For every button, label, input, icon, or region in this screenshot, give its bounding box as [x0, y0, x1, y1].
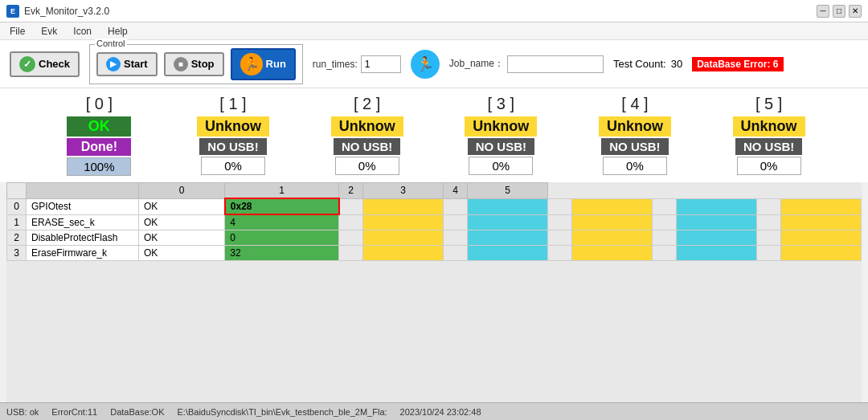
col-header-4: 4 — [444, 183, 468, 199]
app-window: E Evk_Monitor_v3.2.0 ─ □ ✕ File Evk Icon… — [0, 0, 868, 420]
status-timestamp: 2023/10/24 23:02:48 — [400, 407, 481, 417]
cell-2-4-b — [677, 230, 757, 246]
minimize-button[interactable]: ─ — [817, 5, 829, 18]
run-icon: 🏃 — [240, 53, 263, 75]
cell-2-5-a — [757, 230, 781, 246]
cell-1-2-a — [444, 214, 468, 230]
cell-val-0-0: 0x28 — [225, 198, 339, 214]
cell-0-2-a — [444, 198, 468, 214]
table-row: 1ERASE_sec_kOK4 — [7, 214, 862, 230]
device-index-1: [ 1 ] — [219, 95, 246, 113]
cell-name-2: DisableProtectFlash — [27, 230, 139, 246]
cell-2-1-a — [339, 230, 363, 246]
menu-evk[interactable]: Evk — [38, 25, 60, 38]
cell-0-5-a — [757, 198, 781, 214]
device-status-2: Unknow — [331, 116, 403, 137]
status-bar: USB: ok ErrorCnt:11 DataBase:OK E:\Baidu… — [0, 402, 868, 420]
cell-3-4-a — [653, 246, 677, 261]
cell-num-3: 3 — [7, 246, 27, 261]
device-sub-status-2: NO USB! — [334, 138, 400, 155]
test-count-label: Test Count: — [613, 58, 666, 70]
device-card-4: [ 4 ]UnknowNO USB!0% — [579, 95, 691, 176]
app-icon: E — [6, 5, 19, 18]
cell-3-2-b — [468, 246, 548, 261]
device-percent-1: 0% — [201, 157, 265, 175]
col-header-name — [27, 183, 139, 199]
cell-num-0: 0 — [7, 198, 27, 214]
cell-status-1-0: OK — [139, 214, 225, 230]
cell-1-5-a — [757, 214, 781, 230]
play-icon: ▶ — [106, 57, 121, 71]
control-group-label: Control — [95, 39, 126, 48]
job-name-field: Job_name： — [449, 55, 604, 73]
device-sub-status-3: NO USB! — [468, 138, 534, 155]
menu-icon[interactable]: Icon — [70, 25, 95, 38]
start-label: Start — [124, 58, 148, 70]
cell-num-1: 1 — [7, 214, 27, 230]
run-button[interactable]: 🏃 Run — [231, 48, 296, 80]
maximize-button[interactable]: □ — [833, 5, 845, 18]
status-error-cnt: ErrorCnt:11 — [51, 407, 97, 417]
status-usb: USB: ok — [6, 407, 39, 417]
cell-1-4-b — [677, 214, 757, 230]
cell-2-3-a — [548, 230, 572, 246]
device-percent-3: 0% — [469, 157, 533, 175]
col-header-5: 5 — [468, 183, 548, 199]
stop-button[interactable]: ■ Stop — [164, 52, 224, 76]
cell-1-1-a — [339, 214, 363, 230]
device-percent-4: 0% — [603, 157, 667, 175]
start-button[interactable]: ▶ Start — [96, 52, 158, 76]
menu-help[interactable]: Help — [104, 25, 131, 38]
window-controls: ─ □ ✕ — [817, 5, 862, 18]
menu-bar: File Evk Icon Help — [0, 22, 868, 40]
device-index-5: [ 5 ] — [755, 95, 782, 113]
run-times-label: run_times: — [313, 59, 358, 70]
check-button[interactable]: ✓ Check — [10, 51, 80, 77]
close-button[interactable]: ✕ — [849, 5, 862, 18]
col-header-3: 3 — [363, 183, 444, 199]
cell-2-4-a — [653, 230, 677, 246]
table-row: 3EraseFirmware_kOK32 — [7, 246, 862, 261]
cell-name-0: GPIOtest — [27, 198, 139, 214]
title-bar: E Evk_Monitor_v3.2.0 ─ □ ✕ — [0, 0, 868, 22]
device-index-0: [ 0 ] — [86, 95, 113, 113]
menu-file[interactable]: File — [6, 25, 28, 38]
device-status-0: OK — [67, 116, 131, 137]
cell-val-3-0: 32 — [225, 246, 339, 261]
cell-3-1-b — [363, 246, 444, 261]
device-status-3: Unknow — [465, 116, 537, 137]
cell-1-3-b — [572, 214, 653, 230]
app-title: Evk_Monitor_v3.2.0 — [24, 6, 109, 17]
cell-1-1-b — [363, 214, 444, 230]
job-name-input[interactable] — [507, 55, 604, 73]
device-percent-0: 100% — [67, 157, 131, 176]
cell-0-3-a — [548, 198, 572, 214]
check-label: Check — [39, 58, 70, 70]
device-card-5: [ 5 ]UnknowNO USB!0% — [713, 95, 825, 176]
device-card-3: [ 3 ]UnknowNO USB!0% — [444, 95, 557, 176]
stop-label: Stop — [191, 58, 215, 70]
device-status-1: Unknow — [197, 116, 269, 137]
device-sub-status-0: Done! — [67, 138, 131, 156]
cell-val-2-0: 0 — [225, 230, 339, 246]
cell-3-5-b — [781, 246, 862, 261]
cell-0-4-b — [677, 198, 757, 214]
run-times-input[interactable] — [361, 55, 401, 73]
cell-2-3-b — [572, 230, 653, 246]
status-database: DataBase:OK — [110, 407, 164, 417]
device-status-area: [ 0 ]OKDone!100%[ 1 ]UnknowNO USB!0%[ 2 … — [0, 88, 868, 182]
cell-2-2-a — [444, 230, 468, 246]
run-times-field: run_times: — [313, 55, 401, 73]
test-count-area: Test Count: 30 — [613, 58, 682, 70]
results-table-wrapper[interactable]: 0 1 2 3 4 5 0GPIOtestOK0x281ERASE_sec_kO… — [6, 182, 862, 420]
cell-num-2: 2 — [7, 230, 27, 246]
toolbar: ✓ Check Control ▶ Start ■ Stop 🏃 Run run… — [0, 40, 868, 88]
cell-2-1-b — [363, 230, 444, 246]
table-row: 2DisableProtectFlashOK0 — [7, 230, 862, 246]
cell-1-5-b — [781, 214, 862, 230]
device-index-3: [ 3 ] — [488, 95, 514, 113]
col-header-2: 2 — [339, 183, 363, 199]
cell-name-3: EraseFirmware_k — [27, 246, 139, 261]
device-card-0: [ 0 ]OKDone!100% — [43, 95, 155, 176]
cell-3-3-b — [572, 246, 653, 261]
